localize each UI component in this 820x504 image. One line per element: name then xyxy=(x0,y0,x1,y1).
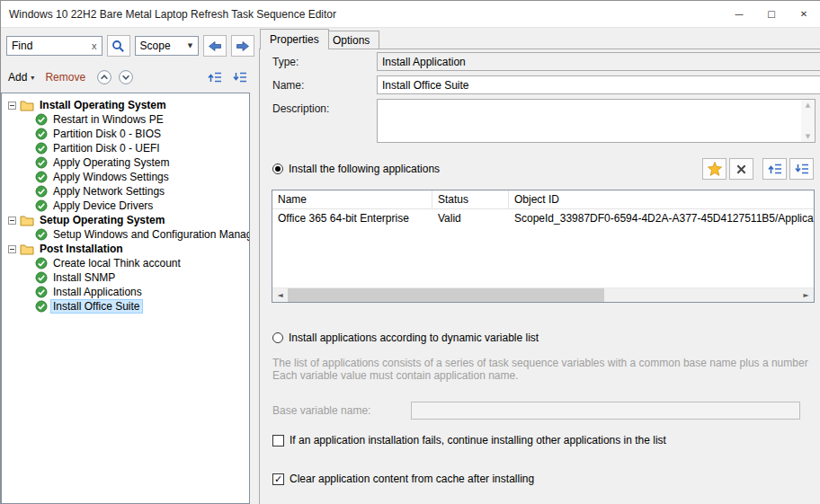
column-header-object-id[interactable]: Object ID xyxy=(509,190,814,208)
description-scrollbar[interactable]: ▲ ▼ xyxy=(801,100,815,142)
step-check-icon xyxy=(35,228,48,241)
delete-application-button[interactable] xyxy=(729,158,753,180)
tree-step-row[interactable]: Apply Device Drivers xyxy=(2,199,249,213)
move-application-up-button[interactable] xyxy=(762,158,787,180)
base-variable-input xyxy=(411,402,800,420)
tree-step-row[interactable]: Apply Network Settings xyxy=(2,184,249,199)
type-value: Install Application xyxy=(382,56,466,68)
tree-step-row[interactable]: Create local Think account xyxy=(2,256,249,270)
dynamic-help-line2: Each variable value must contain applica… xyxy=(272,369,811,382)
tree-collapse-toggle[interactable] xyxy=(8,217,16,225)
title-bar: Windows 10 22H2 Bare Metal Laptop Refres… xyxy=(1,1,820,28)
expand-list-icon xyxy=(208,71,222,84)
tree-group-label: Install Operating System xyxy=(38,99,168,111)
scroll-left-button[interactable]: ◄ xyxy=(272,288,288,302)
column-header-name[interactable]: Name xyxy=(272,190,432,208)
tree-step-row[interactable]: Install Applications xyxy=(2,285,249,299)
search-button[interactable] xyxy=(107,35,130,57)
tab-properties[interactable]: Properties xyxy=(260,29,329,49)
tree-step-label: Apply Operating System xyxy=(51,156,171,169)
scrollbar-thumb[interactable] xyxy=(288,288,604,302)
tree-step-row[interactable]: Install Office Suite xyxy=(2,299,249,314)
applications-list-header: Name Status Object ID xyxy=(272,190,814,209)
folder-icon xyxy=(20,100,34,111)
remove-button[interactable]: Remove xyxy=(43,69,87,85)
expand-all-button[interactable] xyxy=(206,69,224,85)
find-clear-button[interactable]: x xyxy=(89,40,97,51)
tree-step-row[interactable]: Partition Disk 0 - UEFI xyxy=(2,141,249,155)
minimize-button[interactable]: — xyxy=(723,1,755,27)
scope-select[interactable]: Scope ▼ xyxy=(135,36,199,56)
step-check-icon xyxy=(35,185,48,198)
tree-group-row[interactable]: Post Installation xyxy=(2,242,249,256)
edit-toolbar: Add ▾ Remove xyxy=(6,66,249,89)
description-field-wrapper: ▲ ▼ xyxy=(377,99,816,143)
step-check-icon xyxy=(35,113,48,126)
tree-collapse-toggle[interactable] xyxy=(8,102,16,110)
find-input[interactable] xyxy=(12,40,89,52)
step-check-icon xyxy=(35,128,48,140)
move-step-down-button[interactable] xyxy=(116,67,136,87)
properties-tab-page: Type: Install Application Name: Descript… xyxy=(259,49,820,504)
move-application-down-button[interactable] xyxy=(789,158,814,180)
radio-dot-icon xyxy=(272,332,283,343)
close-button[interactable]: ✕ xyxy=(788,1,820,27)
tree-group-label: Post Installation xyxy=(38,243,125,255)
scroll-up-icon[interactable]: ▲ xyxy=(806,102,810,109)
clear-cache-checkbox[interactable]: Clear application content from cache aft… xyxy=(272,473,534,485)
tab-options[interactable]: Options xyxy=(323,31,379,49)
tree-step-row[interactable]: Partition Disk 0 - BIOS xyxy=(2,127,249,141)
find-next-button[interactable] xyxy=(231,35,254,57)
scrollbar-track[interactable] xyxy=(288,288,798,302)
tree-step-row[interactable]: Apply Operating System xyxy=(2,155,249,170)
search-icon xyxy=(111,40,125,53)
move-step-up-button[interactable] xyxy=(94,67,114,87)
continue-on-fail-checkbox[interactable]: If an application installation fails, co… xyxy=(272,434,666,447)
new-application-button[interactable] xyxy=(702,158,726,180)
tree-collapse-toggle[interactable] xyxy=(8,245,16,253)
tree-step-row[interactable]: Setup Windows and Configuration Manager xyxy=(2,227,249,242)
tree-step-row[interactable]: Apply Windows Settings xyxy=(2,170,249,184)
install-following-apps-radio[interactable]: Install the following applications xyxy=(272,163,440,175)
tree-group-row[interactable]: Install Operating System xyxy=(2,98,249,112)
maximize-button[interactable]: □ xyxy=(755,1,788,27)
horizontal-scrollbar[interactable]: ◄ ► xyxy=(272,287,814,302)
tree-group-row[interactable]: Setup Operating System xyxy=(2,213,249,227)
tree-step-label: Create local Think account xyxy=(51,257,183,270)
tree-step-label: Install Office Suite xyxy=(51,300,142,313)
add-button[interactable]: Add ▾ xyxy=(6,69,36,85)
forward-arrow-icon xyxy=(236,40,250,52)
back-arrow-icon xyxy=(208,40,222,52)
column-header-status[interactable]: Status xyxy=(432,190,509,208)
tree-step-row[interactable]: Restart in Windows PE xyxy=(2,112,249,127)
tree-step-label: Partition Disk 0 - UEFI xyxy=(51,142,162,155)
task-tree[interactable]: Install Operating SystemRestart in Windo… xyxy=(1,93,250,504)
step-check-icon xyxy=(35,156,48,169)
type-field: Install Application xyxy=(377,52,820,71)
step-check-icon xyxy=(35,286,48,298)
find-previous-button[interactable] xyxy=(203,35,227,57)
applications-list[interactable]: Name Status Object ID Office 365 64-bit … xyxy=(272,190,815,303)
folder-icon xyxy=(20,243,34,255)
circle-chevron-down-icon xyxy=(118,69,134,85)
tree-step-row[interactable]: Install SNMP xyxy=(2,270,249,285)
tree-step-label: Restart in Windows PE xyxy=(51,113,165,126)
application-list-toolbar xyxy=(702,158,814,180)
type-label: Type: xyxy=(272,56,299,68)
window-title: Windows 10 22H2 Bare Metal Laptop Refres… xyxy=(1,8,336,21)
collapse-all-button[interactable] xyxy=(231,69,249,85)
application-row[interactable]: Office 365 64-bit Enterprise Valid Scope… xyxy=(272,209,814,227)
description-field[interactable] xyxy=(378,100,801,142)
application-name-cell: Office 365 64-bit Enterprise xyxy=(272,209,432,227)
scroll-right-button[interactable]: ► xyxy=(798,288,814,302)
tree-step-label: Install Applications xyxy=(51,286,144,298)
dynamic-variable-list-radio[interactable]: Install applications according to dynami… xyxy=(272,332,539,344)
move-step-buttons xyxy=(94,67,136,87)
scroll-down-icon[interactable]: ▼ xyxy=(806,133,810,140)
name-field[interactable] xyxy=(382,79,816,92)
application-object-id-cell: ScopeId_33987DF0-6594-4D2A-A377-45D41275… xyxy=(509,209,814,227)
tree-step-label: Setup Windows and Configuration Manager xyxy=(51,228,250,241)
move-down-list-icon xyxy=(795,163,809,175)
tree-step-label: Apply Network Settings xyxy=(51,185,166,198)
move-up-list-icon xyxy=(768,163,782,175)
